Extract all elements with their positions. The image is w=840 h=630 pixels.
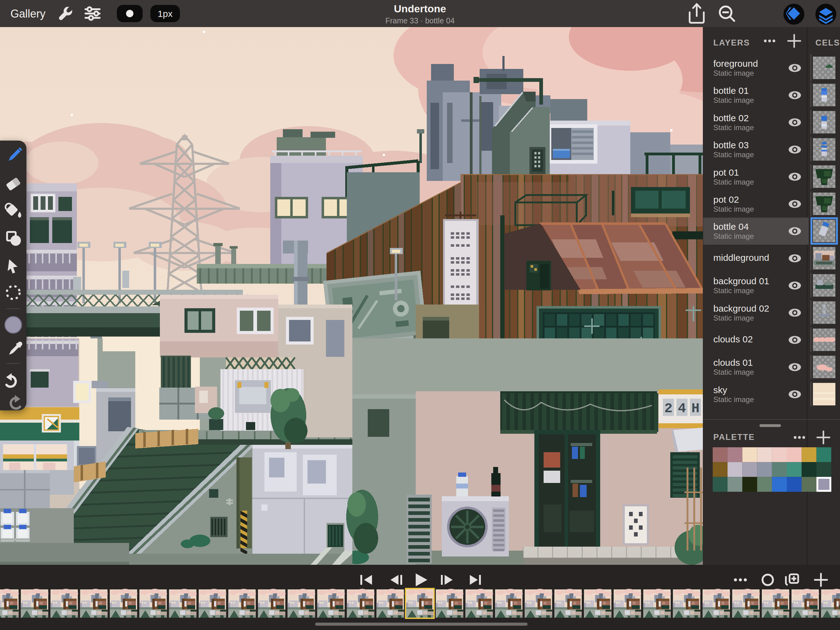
svg-text:1px: 1px — [158, 9, 172, 19]
svg-text:clouds 01: clouds 01 — [713, 358, 753, 367]
svg-text:backgroud 01: backgroud 01 — [713, 276, 769, 286]
svg-text:Undertone: Undertone — [394, 3, 446, 14]
svg-text:4: 4 — [678, 401, 686, 416]
svg-text:Static image: Static image — [713, 69, 754, 77]
svg-text:sky: sky — [713, 385, 727, 395]
svg-text:Static image: Static image — [713, 232, 754, 240]
svg-text:2: 2 — [665, 401, 673, 416]
svg-text:Static image: Static image — [713, 96, 754, 104]
svg-text:Frame 33 · bottle 04: Frame 33 · bottle 04 — [385, 16, 455, 25]
svg-text:Static image: Static image — [713, 123, 754, 131]
svg-text:PALETTE: PALETTE — [713, 432, 755, 442]
svg-text:Static image: Static image — [713, 368, 754, 376]
svg-text:Static image: Static image — [713, 287, 754, 295]
svg-text:clouds 02: clouds 02 — [713, 334, 753, 344]
svg-text:Gallery: Gallery — [11, 7, 46, 20]
svg-text:bottle 03: bottle 03 — [713, 140, 749, 150]
svg-text:pot 01: pot 01 — [713, 167, 739, 177]
svg-text:CELS: CELS — [815, 38, 840, 47]
svg-text:Static image: Static image — [713, 314, 754, 322]
svg-text:backgroud 02: backgroud 02 — [713, 303, 769, 313]
svg-text:LAYERS: LAYERS — [713, 38, 750, 47]
svg-text:foreground: foreground — [713, 59, 758, 69]
svg-text:bottle 01: bottle 01 — [713, 85, 749, 96]
svg-text:Static image: Static image — [713, 205, 754, 213]
svg-text:Static image: Static image — [713, 150, 754, 159]
svg-text:Static image: Static image — [713, 178, 754, 186]
svg-text:middleground: middleground — [713, 253, 769, 263]
svg-text:bottle 04: bottle 04 — [713, 222, 749, 232]
svg-text:Static image: Static image — [713, 395, 754, 404]
svg-text:H: H — [692, 401, 699, 416]
svg-text:pot 02: pot 02 — [713, 195, 739, 204]
svg-text:bottle 02: bottle 02 — [713, 113, 749, 123]
